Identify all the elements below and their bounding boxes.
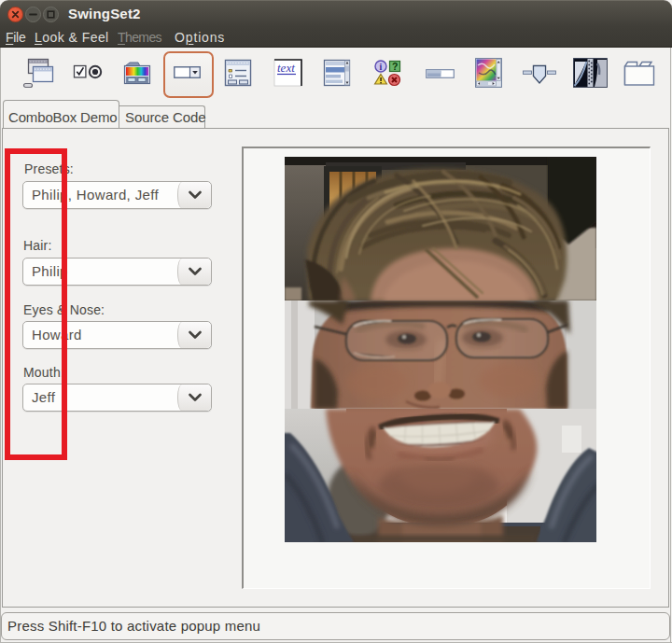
svg-text:text: text [277,61,295,75]
svg-text:?: ? [392,61,398,72]
svg-text:i: i [379,62,382,72]
